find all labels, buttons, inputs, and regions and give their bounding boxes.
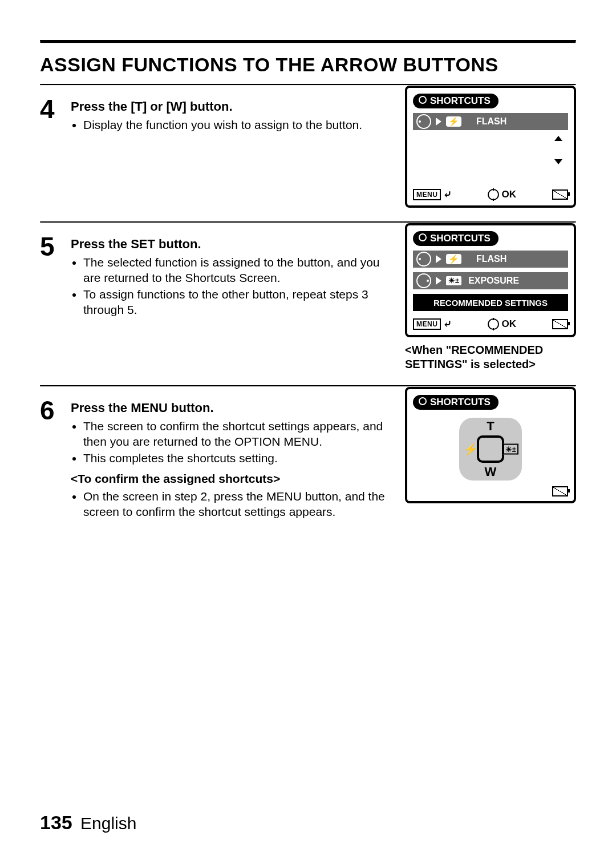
shortcuts-pill: SHORTCUTS bbox=[413, 94, 499, 108]
step-bullet: This completes the shortcuts setting. bbox=[83, 451, 395, 466]
top-rule bbox=[40, 40, 576, 43]
page-title: ASSIGN FUNCTIONS TO THE ARROW BUTTONS bbox=[40, 54, 576, 76]
step-subheading: <To confirm the assigned shortcuts> bbox=[71, 472, 395, 486]
page-number: 135 bbox=[40, 812, 72, 833]
row-recommended: RECOMMENDED SETTINGS bbox=[413, 294, 568, 311]
flash-label: FLASH bbox=[476, 116, 506, 127]
step-heading: Press the SET button. bbox=[71, 237, 395, 252]
flash-label: FLASH bbox=[476, 254, 506, 264]
battery-icon bbox=[552, 189, 568, 200]
battery-icon bbox=[552, 486, 568, 496]
camera-screen-3: SHORTCUTS T W ⚡ ☀± bbox=[405, 387, 576, 503]
ok-icon bbox=[488, 189, 499, 200]
target-icon bbox=[419, 95, 427, 107]
flash-icon: ⚡ bbox=[446, 116, 461, 127]
camera-screen-1: SHORTCUTS ⚡ FLASH MEN bbox=[405, 86, 576, 208]
step-bullet: Display the function you wish to assign … bbox=[83, 118, 395, 133]
step-bullet: To assign functions to the other button,… bbox=[83, 287, 395, 318]
row-exposure: ☀± EXPOSURE bbox=[413, 272, 568, 289]
triangle-right-icon bbox=[436, 118, 441, 126]
camera-screen-2: SHORTCUTS ⚡ FLASH ☀± EXPOSURE RECOMMENDE… bbox=[405, 223, 576, 337]
dpad-left-icon bbox=[416, 114, 431, 129]
flash-icon: ⚡ bbox=[446, 254, 461, 264]
manual-page: ASSIGN FUNCTIONS TO THE ARROW BUTTONS 4 … bbox=[0, 0, 616, 868]
dpad-right-icon bbox=[416, 273, 431, 288]
battery-icon bbox=[552, 319, 568, 329]
scroll-arrows bbox=[554, 136, 562, 164]
target-icon bbox=[419, 397, 427, 408]
exposure-icon: ☀± bbox=[446, 276, 461, 285]
step-6: 6 Press the MENU button. The screen to c… bbox=[40, 387, 576, 520]
step-4: 4 Press the [T] or [W] button. Display t… bbox=[40, 86, 576, 208]
shortcuts-label: SHORTCUTS bbox=[430, 95, 491, 107]
menu-button-label: MENU bbox=[413, 189, 441, 200]
joystick-flash-icon: ⚡ bbox=[464, 442, 478, 456]
footer-language: English bbox=[80, 814, 136, 833]
shortcuts-pill: SHORTCUTS bbox=[413, 231, 499, 246]
step-heading: Press the [T] or [W] button. bbox=[71, 99, 395, 114]
arrow-up-icon bbox=[554, 136, 562, 141]
joystick-center bbox=[477, 435, 504, 463]
joystick-diagram: T W ⚡ ☀± bbox=[459, 418, 522, 481]
triangle-right-icon bbox=[436, 255, 441, 263]
step-bullet: The selected function is assigned to the… bbox=[83, 255, 395, 286]
recommended-label: RECOMMENDED SETTINGS bbox=[433, 298, 548, 308]
shortcuts-label: SHORTCUTS bbox=[430, 397, 491, 408]
screen-caption: <When "RECOMMENDED SETTINGS" is selected… bbox=[405, 343, 576, 372]
ok-label: OK bbox=[501, 318, 516, 330]
step-number: 6 bbox=[40, 397, 71, 423]
ok-icon bbox=[488, 318, 499, 330]
joystick-exposure-icon: ☀± bbox=[503, 444, 518, 455]
step-bullet: On the screen in step 2, press the MENU … bbox=[83, 489, 395, 520]
target-icon bbox=[419, 233, 427, 244]
page-footer: 135 English bbox=[40, 812, 136, 834]
row-flash: ⚡ FLASH bbox=[413, 113, 568, 130]
ok-label: OK bbox=[501, 189, 516, 200]
joystick-t-label: T bbox=[487, 419, 494, 434]
step-number: 4 bbox=[40, 96, 71, 122]
step-heading: Press the MENU button. bbox=[71, 401, 395, 415]
shortcuts-pill: SHORTCUTS bbox=[413, 395, 499, 410]
exposure-label: EXPOSURE bbox=[468, 276, 519, 286]
step-bullet: The screen to confirm the shortcut setti… bbox=[83, 419, 395, 450]
back-arrow-icon: ⤶ bbox=[443, 318, 452, 330]
step-number: 5 bbox=[40, 233, 71, 260]
triangle-right-icon bbox=[436, 277, 441, 285]
step-5: 5 Press the SET button. The selected fun… bbox=[40, 223, 576, 372]
menu-button-label: MENU bbox=[413, 318, 441, 330]
joystick-w-label: W bbox=[485, 465, 497, 479]
row-flash: ⚡ FLASH bbox=[413, 251, 568, 268]
arrow-down-icon bbox=[554, 159, 562, 164]
shortcuts-label: SHORTCUTS bbox=[430, 233, 491, 244]
dpad-left-icon bbox=[416, 252, 431, 267]
back-arrow-icon: ⤶ bbox=[443, 188, 452, 201]
